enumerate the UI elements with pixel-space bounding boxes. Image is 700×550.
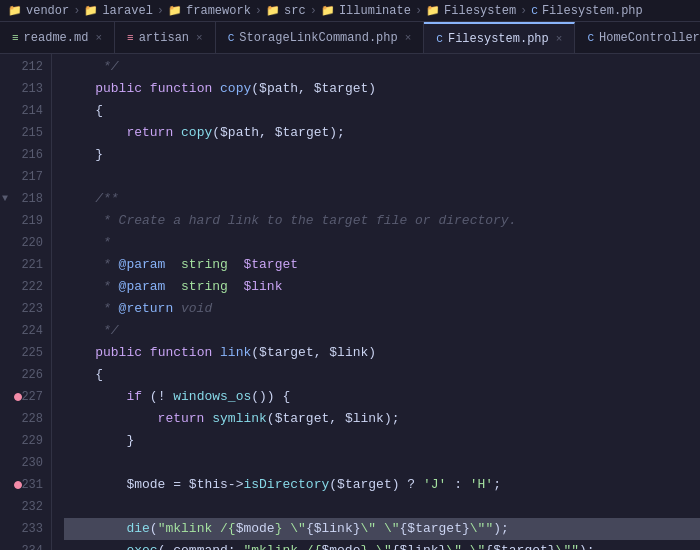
line-number: 233 [21,518,43,540]
line-number: 217 [21,166,43,188]
tab-filesystem[interactable]: C Filesystem.php × [424,22,575,53]
token: ) [368,342,376,364]
token: return [64,408,212,430]
token: $target [243,254,298,276]
gutter-line-224: 224 [0,320,43,342]
code-line-213: public function copy($path, $target) [64,78,700,100]
breadcrumb-file[interactable]: Filesystem.php [542,4,643,18]
token [228,276,244,298]
code-line-229: } [64,430,700,452]
line-number: 212 [21,56,43,78]
token: ); [493,518,509,540]
tab-storage-link[interactable]: C StorageLinkCommand.php × [216,22,425,53]
token: , [329,408,345,430]
token: function [150,342,220,364]
folder-icon: 📁 [266,4,280,17]
token: $target [275,408,330,430]
tab-storage-close[interactable]: × [405,32,412,44]
token: $mode [64,474,165,496]
token: ); [384,408,400,430]
token: : [446,474,469,496]
token: } \" [360,540,391,550]
tab-artisan-close[interactable]: × [196,32,203,44]
line-number: 213 [21,78,43,100]
token: } [353,518,361,540]
token: } [548,540,556,550]
tab-homecontroller[interactable]: C HomeController.php × [575,22,700,53]
gutter-line-226: 226 [0,364,43,386]
line-number: 224 [21,320,43,342]
token: public [64,342,150,364]
breadcrumb-illuminate[interactable]: Illuminate [339,4,411,18]
breadcrumb: 📁 vendor › 📁 laravel › 📁 framework › 📁 s… [0,0,700,22]
token: , [298,78,314,100]
token: * Create a hard link to the target file … [64,210,516,232]
gutter-line-220: 220 [0,232,43,254]
token: $target [337,474,392,496]
line-number: 225 [21,342,43,364]
homecontroller-file-icon: C [587,32,594,44]
tab-homecontroller-label: HomeController.php [599,31,700,45]
token: ( [329,474,337,496]
token: "mklink /{ [243,540,321,550]
code-line-226: { [64,364,700,386]
gutter-line-213: 213 [0,78,43,100]
token: copy [181,122,212,144]
code-line-225: public function link($target, $link) [64,342,700,364]
token: $link [345,408,384,430]
line-number: 214 [21,100,43,122]
token: \"" [556,540,579,550]
line-number: 215 [21,122,43,144]
tab-storage-label: StorageLinkCommand.php [239,31,397,45]
token: $path [259,78,298,100]
tab-artisan[interactable]: ≡ artisan × [115,22,216,53]
breakpoint[interactable] [14,393,22,401]
token: string [181,276,228,298]
folder-icon: 📁 [321,4,335,17]
line-number: 219 [21,210,43,232]
gutter-line-215: 215 [0,122,43,144]
tab-readme[interactable]: ≡ readme.md × [0,22,115,53]
filesystem-file-icon: C [436,33,443,45]
gutter-line-234: 234 [0,540,43,550]
breakpoint[interactable] [14,481,22,489]
gutter-line-233: 233 [0,518,43,540]
token: * [64,298,119,320]
token: ); [579,540,595,550]
fold-icon[interactable]: ▼ [2,188,8,210]
file-icon-php: C [531,5,538,17]
token: , [259,122,275,144]
token: ( [267,408,275,430]
breadcrumb-src[interactable]: src [284,4,306,18]
tab-readme-close[interactable]: × [95,32,102,44]
gutter-line-232: 232 [0,496,43,518]
token: $path [220,122,259,144]
folder-icon: 📁 [426,4,440,17]
token: die [64,518,150,540]
breadcrumb-laravel[interactable]: laravel [102,4,152,18]
token: { [400,518,408,540]
token: \" \" [446,540,485,550]
breadcrumb-framework[interactable]: framework [186,4,251,18]
token: { [392,540,400,550]
token: * [64,232,111,254]
token: ) [368,78,376,100]
line-number: 231 [21,474,43,496]
breadcrumb-filesystem-dir[interactable]: Filesystem [444,4,516,18]
line-number: 221 [21,254,43,276]
tab-filesystem-close[interactable]: × [556,33,563,45]
breadcrumb-vendor[interactable]: vendor [26,4,69,18]
token: * [64,254,119,276]
token: \" \" [361,518,400,540]
gutter-line-212: 212 [0,56,43,78]
token: @return [119,298,174,320]
code-line-212: */ [64,56,700,78]
line-numbers-gutter: 212213214215216217▼218219220221222223224… [0,54,52,550]
gutter-line-228: 228 [0,408,43,430]
gutter-line-223: 223 [0,298,43,320]
code-line-221: * @param string $target [64,254,700,276]
gutter-line-227: 227 [0,386,43,408]
token: string [181,254,228,276]
code-area[interactable]: */ public function copy($path, $target) … [52,54,700,550]
token: ( [251,78,259,100]
